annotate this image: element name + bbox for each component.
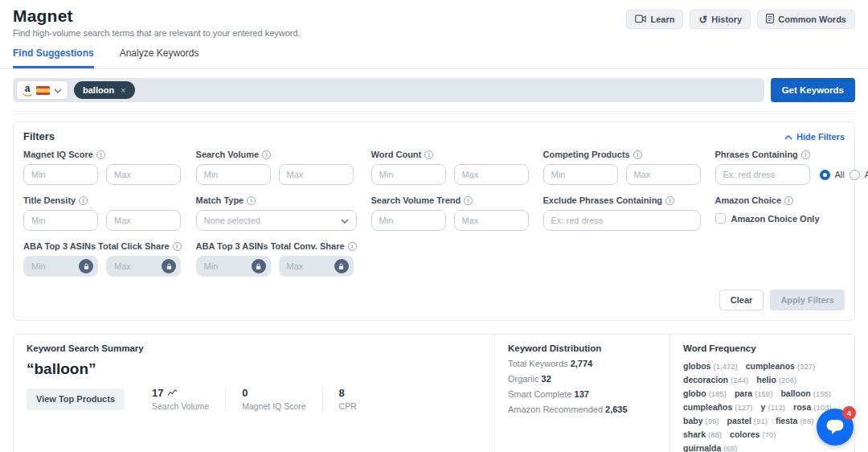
filter-phrases-containing: Phrases Containingi All Any: [715, 150, 868, 185]
chevron-up-icon: [784, 132, 792, 142]
spain-flag-icon: [36, 86, 50, 95]
chat-bubble-icon: [825, 418, 845, 437]
keyword-distribution: Keyword Distribution Total Keywords 2,77…: [494, 335, 669, 452]
word-frequency-item: helio (208): [756, 375, 796, 384]
filter-title-density: Title Densityi: [23, 195, 182, 231]
word-count-max-input[interactable]: [454, 164, 529, 185]
info-icon[interactable]: i: [665, 196, 674, 205]
summary-title: Keyword Search Summary: [27, 343, 481, 353]
distribution-item: Amazon Recommended 2,635: [508, 405, 657, 414]
document-icon: [766, 14, 774, 25]
word-frequency-item: para (159): [735, 388, 772, 398]
amazon-logo-icon: a: [23, 84, 32, 97]
hide-filters-link[interactable]: Hide Filters: [784, 132, 845, 142]
title-block: Magnet Find high-volume search terms tha…: [13, 6, 301, 38]
distribution-item: Organic 32: [508, 374, 657, 384]
keyword-tag[interactable]: balloon ×: [74, 81, 135, 99]
view-top-products-button[interactable]: View Top Products: [27, 388, 125, 410]
word-frequency-item: guirnalda (69): [683, 443, 737, 452]
word-frequency-item: balloon (155): [780, 388, 831, 398]
stat-cpr: 8 CPR: [322, 387, 373, 411]
sv-trend-min-input[interactable]: [371, 210, 446, 231]
word-frequency-item: shark (86): [683, 429, 722, 439]
page-title: Magnet: [13, 6, 301, 26]
word-frequency-item: pastel (91): [727, 416, 768, 425]
lock-icon: [252, 259, 266, 273]
info-icon[interactable]: i: [633, 150, 642, 159]
lock-icon: [334, 259, 349, 273]
keyword-search-row: a balloon × Get Keywords: [13, 78, 855, 112]
exclude-phrases-input[interactable]: [543, 210, 701, 231]
info-icon[interactable]: i: [262, 150, 271, 159]
chat-widget-button[interactable]: 4: [817, 409, 854, 446]
clear-filters-button[interactable]: Clear: [719, 290, 764, 310]
word-frequency-item: cumpleanos (327): [746, 361, 816, 371]
filters-panel: Filters Hide Filters Magnet IQ Scorei Se…: [13, 121, 855, 321]
competing-products-min-input[interactable]: [543, 164, 618, 185]
get-keywords-button[interactable]: Get Keywords: [771, 78, 855, 102]
learn-button[interactable]: Learn: [626, 10, 683, 29]
remove-keyword-icon[interactable]: ×: [121, 85, 125, 95]
distribution-title: Keyword Distribution: [508, 343, 657, 353]
info-icon[interactable]: i: [173, 242, 182, 251]
title-density-max-input[interactable]: [106, 210, 181, 231]
stat-search-volume: 17 Search Volume: [136, 387, 225, 411]
tab-analyze-keywords[interactable]: Analyze Keywords: [120, 47, 199, 68]
chat-notification-badge: 4: [842, 406, 856, 420]
radio-any[interactable]: [850, 170, 860, 180]
competing-products-max-input[interactable]: [626, 164, 701, 185]
info-icon[interactable]: i: [348, 242, 357, 251]
history-button[interactable]: ↺ History: [690, 10, 751, 29]
filter-word-count: Word Counti: [371, 150, 529, 185]
apply-filters-button[interactable]: Apply Filters: [770, 290, 845, 310]
keyword-search-summary: Keyword Search Summary “balloon” View To…: [14, 335, 494, 452]
marketplace-selector[interactable]: a: [17, 81, 68, 99]
distribution-item: Smart Complete 137: [508, 389, 657, 399]
topbar-actions: Learn ↺ History Common Words: [626, 10, 855, 29]
word-frequency-item: decoracion (244): [683, 375, 748, 384]
info-icon[interactable]: i: [247, 196, 256, 205]
word-frequency-item: baby (99): [683, 416, 719, 425]
title-density-min-input[interactable]: [23, 210, 98, 231]
amazon-choice-checkbox[interactable]: [715, 213, 726, 224]
match-type-select[interactable]: None selected: [196, 210, 357, 231]
common-words-button[interactable]: Common Words: [757, 10, 855, 29]
info-icon[interactable]: i: [784, 196, 793, 205]
word-frequency-item: globo (185): [683, 388, 727, 398]
phrases-containing-input[interactable]: [715, 164, 810, 185]
sv-trend-max-input[interactable]: [454, 210, 529, 231]
info-icon[interactable]: i: [464, 196, 473, 205]
search-volume-min-input[interactable]: [196, 164, 271, 185]
tab-bar: Find Suggestions Analyze Keywords: [0, 47, 868, 69]
filter-amazon-choice: Amazon Choicei Amazon Choice Only: [715, 195, 868, 231]
info-icon[interactable]: i: [424, 150, 433, 159]
info-icon[interactable]: i: [79, 196, 88, 205]
info-icon[interactable]: i: [801, 150, 810, 159]
filter-match-type: Match Typei None selected: [196, 195, 357, 231]
summary-panel: Keyword Search Summary “balloon” View To…: [13, 334, 855, 452]
tab-find-suggestions[interactable]: Find Suggestions: [13, 47, 94, 68]
lock-icon: [79, 259, 93, 273]
magnet-iq-min-input[interactable]: [23, 164, 98, 185]
filters-title: Filters: [23, 130, 55, 142]
chevron-down-icon: [341, 216, 349, 225]
filter-competing-products: Competing Productsi: [543, 150, 701, 185]
page-subtitle: Find high-volume search terms that are r…: [13, 28, 301, 38]
search-volume-max-input[interactable]: [279, 164, 354, 185]
chevron-down-icon: [54, 85, 62, 95]
filter-aba-click-share: ABA Top 3 ASINs Total Click Sharei: [23, 241, 182, 277]
word-count-min-input[interactable]: [371, 164, 446, 185]
stat-magnet-iq-score: 0 Magnet IQ Score: [225, 387, 321, 411]
info-icon[interactable]: i: [96, 150, 105, 159]
word-frequency-item: colores (70): [730, 429, 776, 439]
summary-keyword: “balloon”: [27, 360, 481, 378]
keyword-input-bar[interactable]: a balloon ×: [13, 78, 764, 102]
word-frequency-item: y (112): [761, 402, 785, 412]
video-icon: [635, 14, 646, 25]
word-frequency-item: cumpleaños (127): [683, 402, 753, 412]
radio-all[interactable]: [820, 170, 830, 180]
history-icon: ↺: [698, 14, 707, 25]
filter-search-volume-trend: Search Volume Trendi: [371, 195, 529, 231]
line-chart-icon: [167, 387, 178, 399]
magnet-iq-max-input[interactable]: [106, 164, 181, 185]
